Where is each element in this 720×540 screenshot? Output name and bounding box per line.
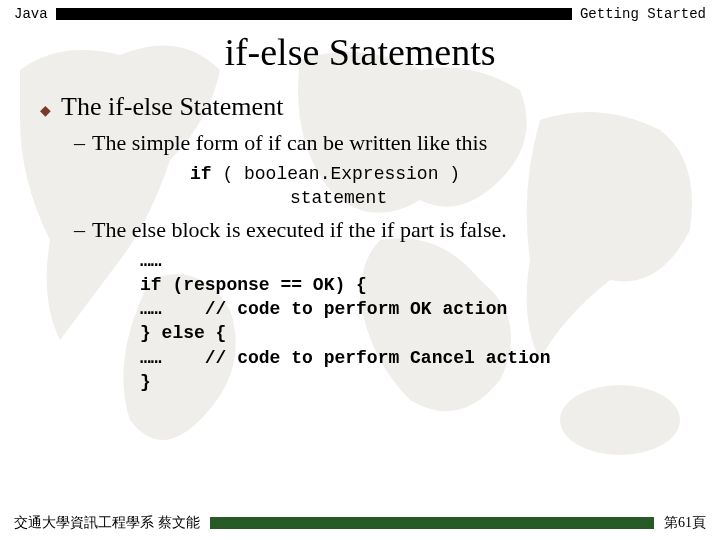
slide-footer: 交通大學資訊工程學系 蔡文能 第61頁 [0, 514, 720, 532]
svg-point-0 [560, 385, 680, 455]
slide-header: Java Getting Started [0, 0, 720, 22]
footer-bar [210, 517, 655, 529]
slide-title: if-else Statements [0, 30, 720, 74]
code-block-1: if ( boolean.Expression ) statement [190, 162, 680, 211]
bullet-text: The if-else Statement [61, 92, 283, 122]
code-line2: statement [190, 186, 680, 210]
header-left: Java [14, 6, 48, 22]
bullet-icon: ◆ [40, 94, 51, 122]
header-bar [56, 8, 572, 20]
dash-icon: – [74, 130, 92, 156]
bullet-level1: ◆ The if-else Statement [40, 92, 680, 122]
slide-body: ◆ The if-else Statement –The simple form… [0, 92, 720, 394]
code-rest: ( boolean.Expression ) [212, 164, 460, 184]
code-keyword: if [190, 164, 212, 184]
footer-left: 交通大學資訊工程學系 蔡文能 [14, 514, 200, 532]
dash-icon: – [74, 217, 92, 243]
sub-text: The else block is executed if the if par… [92, 217, 507, 242]
header-right: Getting Started [580, 6, 706, 22]
footer-right: 第61頁 [664, 514, 706, 532]
bullet-level2-2: –The else block is executed if the if pa… [74, 217, 680, 243]
code-block-2: …… if (response == OK) { …… // code to p… [140, 249, 680, 395]
sub-text: The simple form of if can be written lik… [92, 130, 487, 155]
bullet-level2-1: –The simple form of if can be written li… [74, 130, 680, 156]
